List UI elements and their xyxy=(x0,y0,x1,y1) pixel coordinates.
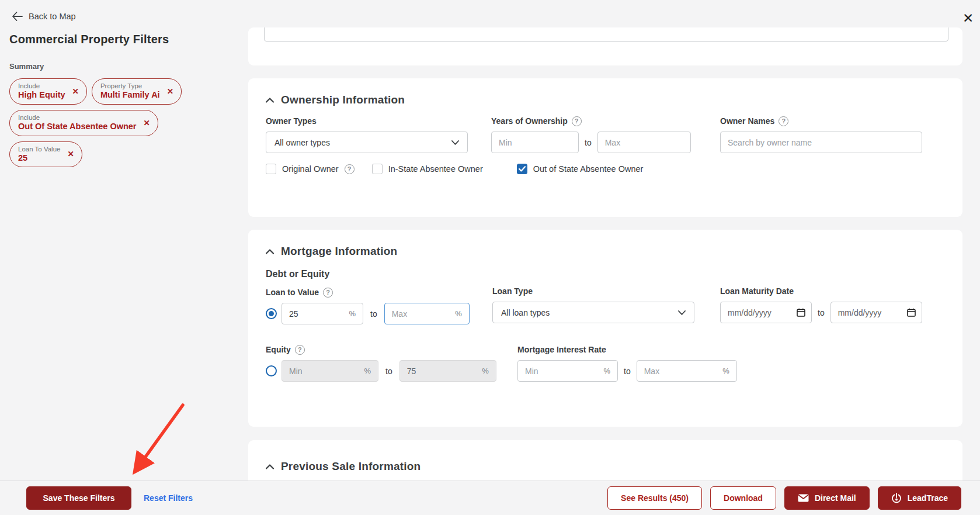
filters-sidebar: Commercial Property Filters Summary Incl… xyxy=(0,28,245,167)
calendar-icon[interactable] xyxy=(907,308,916,317)
help-icon[interactable]: ? xyxy=(779,116,788,126)
percent-suffix: % xyxy=(455,309,462,318)
calendar-icon[interactable] xyxy=(797,308,805,317)
percent-suffix: % xyxy=(482,367,489,375)
chip-category: Loan To Value xyxy=(18,145,60,153)
summary-label: Summary xyxy=(9,62,236,71)
out-of-state-absentee-checkbox-item[interactable]: Out of State Absentee Owner xyxy=(517,164,644,174)
footer-action-bar: Save These Filters Reset Filters See Res… xyxy=(0,481,980,515)
help-icon[interactable]: ? xyxy=(323,288,333,298)
truncated-text-input[interactable] xyxy=(264,27,948,42)
chip-category: Include xyxy=(18,113,137,122)
help-icon[interactable]: ? xyxy=(295,345,305,355)
direct-mail-button[interactable]: Direct Mail xyxy=(784,486,870,510)
owner-names-label: Owner Names xyxy=(720,116,774,126)
envelope-icon xyxy=(798,494,809,502)
save-filters-button[interactable]: Save These Filters xyxy=(26,486,131,510)
owner-types-selected-value: All owner types xyxy=(274,138,330,147)
owner-types-label: Owner Types xyxy=(266,116,468,126)
see-results-button[interactable]: See Results (450) xyxy=(607,486,702,510)
to-label: to xyxy=(818,308,825,317)
checkbox-unchecked-icon[interactable] xyxy=(372,164,383,174)
debt-or-equity-label: Debt or Equity xyxy=(266,269,329,279)
interest-min-input[interactable] xyxy=(525,367,600,376)
equity-radio[interactable] xyxy=(266,365,277,376)
checkmark-icon xyxy=(519,166,526,172)
previous-sale-section-header[interactable]: Previous Sale Information xyxy=(266,460,421,473)
mortgage-section-header[interactable]: Mortgage Information xyxy=(266,245,397,258)
maturity-start-date-field[interactable]: mm/dd/yyyy xyxy=(720,302,812,323)
checkbox-unchecked-icon[interactable] xyxy=(266,164,276,174)
leadtrace-power-icon xyxy=(891,493,902,503)
out-of-state-absentee-label: Out of State Absentee Owner xyxy=(533,164,644,174)
equity-min-field: % xyxy=(282,360,378,382)
ownership-section-title: Ownership Information xyxy=(281,94,405,106)
to-label: to xyxy=(385,367,392,376)
ltv-max-input[interactable] xyxy=(392,309,451,319)
equity-max-field: % xyxy=(399,360,496,382)
loan-type-selected-value: All loan types xyxy=(501,308,550,317)
previous-sale-section-title: Previous Sale Information xyxy=(281,460,421,473)
chevron-down-icon xyxy=(451,140,459,145)
reset-filters-link[interactable]: Reset Filters xyxy=(144,493,193,503)
chip-remove-icon[interactable]: ✕ xyxy=(144,118,150,127)
mortgage-information-card: Mortgage Information Debt or Equity Loan… xyxy=(248,230,962,427)
ltv-min-field: % xyxy=(282,303,363,324)
owner-names-field xyxy=(720,132,922,153)
loan-maturity-label: Loan Maturity Date xyxy=(720,286,922,296)
help-icon[interactable]: ? xyxy=(572,116,582,126)
maturity-end-date-field[interactable]: mm/dd/yyyy xyxy=(830,302,922,323)
chevron-down-icon xyxy=(678,310,686,315)
equity-max-input[interactable] xyxy=(407,367,478,376)
scrolled-section-card xyxy=(248,27,962,65)
interest-max-input[interactable] xyxy=(644,367,719,376)
percent-suffix: % xyxy=(603,367,610,375)
chip-value: Out Of State Absentee Owner xyxy=(18,122,137,132)
leadtrace-button[interactable]: LeadTrace xyxy=(878,486,961,510)
annotation-arrow xyxy=(120,399,193,480)
filter-chip-property-type: Property Type Multi Family Ai ✕ xyxy=(92,78,182,105)
date-placeholder: mm/dd/yyyy xyxy=(728,308,772,317)
chip-remove-icon[interactable]: ✕ xyxy=(67,149,74,158)
download-button[interactable]: Download xyxy=(710,486,776,510)
ownership-section-header[interactable]: Ownership Information xyxy=(266,94,405,106)
loan-to-value-radio[interactable] xyxy=(266,308,277,319)
mortgage-section-title: Mortgage Information xyxy=(281,245,397,258)
chip-category: Include xyxy=(18,82,65,90)
date-placeholder: mm/dd/yyyy xyxy=(838,308,882,317)
help-icon[interactable]: ? xyxy=(345,164,355,174)
percent-suffix: % xyxy=(364,367,371,375)
loan-type-label: Loan Type xyxy=(492,286,694,296)
original-owner-checkbox-item[interactable]: Original Owner ? xyxy=(266,164,355,174)
close-icon[interactable]: ✕ xyxy=(962,12,974,25)
equity-min-input[interactable] xyxy=(289,367,360,376)
years-min-input[interactable] xyxy=(499,138,571,147)
filter-chip-loan-to-value: Loan To Value 25 ✕ xyxy=(9,141,82,168)
to-label: to xyxy=(624,367,631,376)
to-label: to xyxy=(370,309,377,319)
original-owner-label: Original Owner xyxy=(282,164,339,174)
years-max-input[interactable] xyxy=(605,138,683,147)
summary-chip-list: Include High Equity ✕ Property Type Mult… xyxy=(9,78,227,167)
loan-type-select[interactable]: All loan types xyxy=(492,302,694,323)
back-to-map-label: Back to Map xyxy=(29,12,76,21)
page-title: Commercial Property Filters xyxy=(9,33,236,46)
chip-category: Property Type xyxy=(100,82,160,90)
years-min-field xyxy=(491,132,579,153)
owner-names-input[interactable] xyxy=(728,138,915,147)
in-state-absentee-checkbox-item[interactable]: In-State Absentee Owner xyxy=(372,164,483,174)
checkbox-checked-icon[interactable] xyxy=(517,164,527,174)
years-of-ownership-label: Years of Ownership xyxy=(491,116,568,126)
chip-remove-icon[interactable]: ✕ xyxy=(167,87,173,96)
back-to-map-link[interactable]: Back to Map xyxy=(12,12,76,21)
interest-rate-label: Mortgage Interest Rate xyxy=(517,344,737,355)
chevron-up-icon xyxy=(266,249,274,254)
years-max-field xyxy=(597,132,691,153)
owner-types-select[interactable]: All owner types xyxy=(266,132,468,153)
percent-suffix: % xyxy=(349,309,356,318)
filter-chip-out-of-state-owner: Include Out Of State Absentee Owner ✕ xyxy=(9,110,158,136)
chip-remove-icon[interactable]: ✕ xyxy=(72,87,79,96)
interest-min-field: % xyxy=(517,360,618,382)
ltv-min-input[interactable] xyxy=(289,309,345,319)
loan-to-value-label: Loan to Value xyxy=(266,288,319,297)
